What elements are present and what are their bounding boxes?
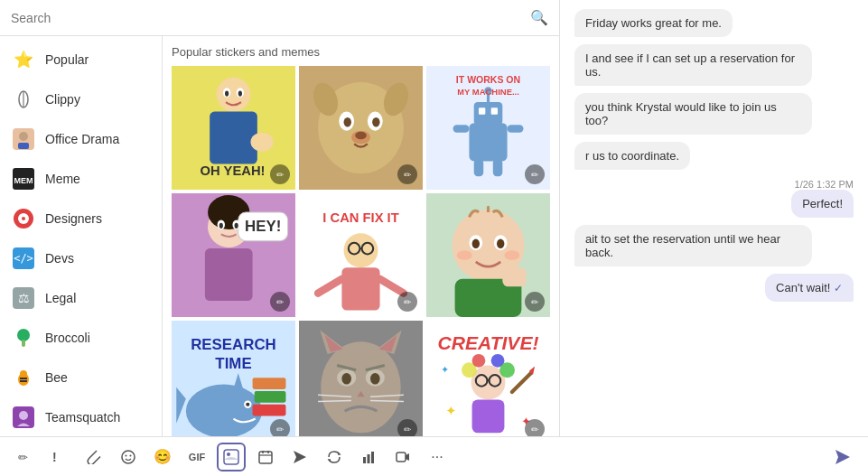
sticker-it-works[interactable]: IT WORKS ON MY MACHINE... ✏ <box>426 66 550 190</box>
svg-rect-47 <box>491 107 498 114</box>
research-edit-btn[interactable]: ✏ <box>270 419 290 436</box>
svg-point-29 <box>250 133 273 152</box>
sticker-grid-area: Popular stickers and memes <box>163 36 559 436</box>
svg-marker-144 <box>835 450 850 464</box>
svg-text:!: ! <box>52 450 57 464</box>
svg-point-117 <box>499 362 515 378</box>
important-icon[interactable]: ! <box>45 443 74 471</box>
sidebar-item-legal[interactable]: ⚖ Legal <box>0 278 162 318</box>
emoji-panel-icon[interactable] <box>114 443 143 471</box>
baby-edit-btn[interactable]: ✏ <box>525 292 545 312</box>
sidebar-label-popular: Popular <box>45 52 89 67</box>
svg-point-3 <box>19 132 28 141</box>
grumpy-edit-btn[interactable]: ✏ <box>397 419 417 436</box>
sidebar-item-devs[interactable]: </> Devs <box>0 238 162 278</box>
svg-rect-140 <box>368 454 370 463</box>
sidebar-label-meme: Meme <box>45 172 80 186</box>
format-icon[interactable]: ✏ <box>11 443 40 471</box>
message-sent-1: 1/26 1:32 PM Perfect! <box>791 177 854 218</box>
sidebar-item-office-drama[interactable]: Office Drama <box>0 119 162 159</box>
svg-text:MY MACHINE...: MY MACHINE... <box>457 87 519 97</box>
sticker-oh-yeah[interactable]: OH YEAH! ✏ <box>172 66 295 190</box>
svg-point-95 <box>321 341 401 433</box>
sidebar-item-meme[interactable]: MEM Meme <box>0 159 162 199</box>
attach-icon[interactable] <box>79 443 108 471</box>
search-input[interactable] <box>11 11 523 25</box>
svg-rect-141 <box>371 452 374 463</box>
sidebar-item-bee[interactable]: Bee <box>0 358 162 397</box>
i-can-fix-edit-btn[interactable]: ✏ <box>397 292 417 312</box>
svg-point-63 <box>235 223 238 229</box>
svg-text:⚖: ⚖ <box>18 291 30 305</box>
chat-area: Friday works great for me. I and see if … <box>560 0 868 436</box>
sidebar-label-devs: Devs <box>45 251 74 266</box>
svg-marker-138 <box>294 451 306 463</box>
sticker-doge[interactable]: ✏ <box>299 66 423 190</box>
svg-point-38 <box>372 117 379 127</box>
svg-text:✏: ✏ <box>18 451 28 464</box>
message-received-2: I and see if I can set up a reservation … <box>574 44 812 86</box>
svg-rect-142 <box>397 453 406 462</box>
it-works-edit-btn[interactable]: ✏ <box>525 164 545 184</box>
doge-edit-btn[interactable]: ✏ <box>397 164 417 184</box>
teamsquatch-icon <box>11 405 36 430</box>
svg-rect-50 <box>474 159 484 176</box>
message-time: 1/26 1:32 PM <box>791 179 854 190</box>
svg-rect-42 <box>469 123 507 161</box>
svg-point-90 <box>246 403 249 406</box>
sidebar-label-teamsquatch: Teamsquatch <box>45 410 120 425</box>
search-icon: 🔍 <box>530 9 548 26</box>
sidebar-item-broccoli[interactable]: Broccoli <box>0 318 162 358</box>
svg-text:TIME: TIME <box>215 355 251 372</box>
schedule-icon[interactable] <box>251 443 280 471</box>
sticker-creative[interactable]: CREATIVE! <box>426 321 550 436</box>
sticker-i-can-fix[interactable]: I CAN FIX IT <box>299 193 423 317</box>
gif-icon[interactable]: GIF <box>182 443 211 471</box>
video-icon[interactable] <box>388 443 417 471</box>
more-icon[interactable]: ··· <box>423 443 452 471</box>
office-drama-icon <box>11 126 36 152</box>
svg-text:CREATIVE!: CREATIVE! <box>438 332 539 353</box>
sidebar-label-bee: Bee <box>45 370 68 385</box>
clippy-icon <box>11 87 36 112</box>
send-plain-icon[interactable] <box>285 443 314 471</box>
sticker-panel: 🔍 ⭐ Popular Clip <box>0 0 560 436</box>
sticker-baby[interactable]: ✏ <box>426 193 550 317</box>
sticker-icon[interactable] <box>217 443 246 471</box>
svg-point-40 <box>355 132 367 139</box>
send-button[interactable] <box>828 443 857 471</box>
svg-rect-24 <box>210 112 257 164</box>
sidebar-label-clippy: Clippy <box>45 92 80 107</box>
svg-rect-49 <box>508 125 524 132</box>
loop-icon[interactable] <box>320 443 349 471</box>
graph-icon[interactable] <box>354 443 383 471</box>
sidebar-item-designers[interactable]: Designers <box>0 199 162 238</box>
sidebar-item-teamsquatch[interactable]: Teamsquatch <box>0 397 162 436</box>
svg-rect-48 <box>453 125 470 132</box>
creative-edit-btn[interactable]: ✏ <box>525 419 545 436</box>
svg-point-77 <box>472 239 480 249</box>
sidebar-item-popular[interactable]: ⭐ Popular <box>0 40 162 79</box>
message-received-5: ait to set the reservation until we hear… <box>574 225 812 266</box>
svg-line-110 <box>370 401 404 402</box>
svg-point-102 <box>341 373 351 385</box>
svg-point-103 <box>370 373 380 385</box>
svg-text:HEY!: HEY! <box>245 218 281 235</box>
svg-point-78 <box>497 239 504 249</box>
svg-point-129 <box>122 451 135 463</box>
sidebar-item-clippy[interactable]: Clippy <box>0 79 162 119</box>
emoji-face-icon[interactable]: 😊 <box>148 443 177 471</box>
sidebar-label-designers: Designers <box>45 211 102 226</box>
svg-rect-134 <box>259 452 272 463</box>
sticker-research[interactable]: RESEARCH TIME <box>172 321 295 436</box>
svg-point-133 <box>227 453 230 456</box>
hey-edit-btn[interactable]: ✏ <box>270 292 290 312</box>
sidebar-label-legal: Legal <box>45 291 76 305</box>
svg-rect-92 <box>255 391 286 403</box>
svg-point-130 <box>126 454 127 456</box>
sticker-grumpy[interactable]: ✏ <box>299 321 423 436</box>
svg-rect-121 <box>472 399 505 433</box>
sticker-hey[interactable]: HEY! ✏ <box>172 193 295 317</box>
oh-yeah-edit-btn[interactable]: ✏ <box>270 164 290 184</box>
svg-text:IT WORKS ON: IT WORKS ON <box>456 74 520 85</box>
